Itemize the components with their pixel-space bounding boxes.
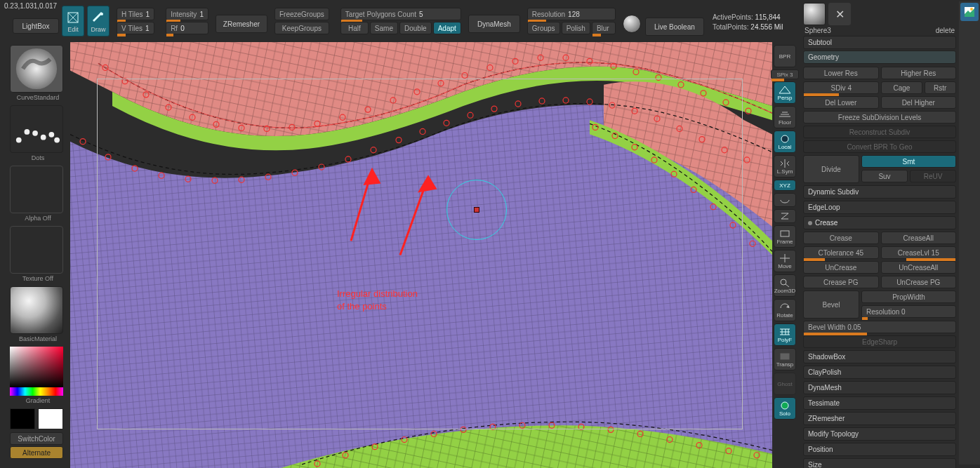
dyna-groups-button[interactable]: Groups <box>527 22 560 34</box>
target-poly-slider[interactable]: Target Polygons Count5 <box>340 8 461 20</box>
dynamic-subdiv-header[interactable]: Dynamic Subdiv <box>803 185 956 199</box>
cage-button[interactable]: Cage <box>881 81 922 94</box>
bpr-button[interactable]: BPR <box>774 45 796 67</box>
material-label: BasicMaterial <box>10 335 66 342</box>
same-button[interactable]: Same <box>370 22 398 34</box>
dyna-polish-button[interactable]: Polish <box>562 22 590 34</box>
rf-slider[interactable]: Rf0 <box>166 22 208 34</box>
rstr-button[interactable]: Rstr <box>925 81 956 94</box>
alternate-button[interactable]: Alternate <box>10 446 63 459</box>
subtool-sphere-icon[interactable] <box>803 3 826 25</box>
claypolish-header[interactable]: ClayPolish <box>803 366 956 379</box>
stroke-preview[interactable] <box>10 105 63 153</box>
subtool-header[interactable]: Subtool <box>803 36 956 49</box>
live-boolean-button[interactable]: Live Boolean <box>645 18 704 36</box>
texture-slot[interactable] <box>10 226 63 274</box>
rotate-button[interactable]: Rotate <box>774 299 796 321</box>
frame-button[interactable]: Frame <box>774 225 796 248</box>
bevel-button[interactable]: Bevel <box>803 290 859 319</box>
viewport-canvas[interactable]: Irregular distributionof the points <box>70 42 772 468</box>
solo-button[interactable]: Solo <box>774 397 796 420</box>
crease-button[interactable]: Crease <box>803 232 879 244</box>
convert-bpr-button[interactable]: Convert BPR To Geo <box>803 140 956 153</box>
shadowbox-header[interactable]: ShadowBox <box>803 350 956 363</box>
creaseall-button[interactable]: CreaseAll <box>881 232 957 244</box>
brush-preview[interactable] <box>10 45 63 93</box>
lsym-button[interactable]: L.Sym <box>774 155 796 178</box>
color-primary-swatch[interactable] <box>38 408 63 429</box>
sdiv-slider[interactable]: SDiv 4 <box>803 81 879 94</box>
persp-button[interactable]: Persp <box>774 81 796 104</box>
tessimate-header[interactable]: Tessimate <box>803 396 956 410</box>
zoom3d-button[interactable]: Zoom3D <box>774 274 796 297</box>
polyf-button[interactable]: PolyF <box>774 323 796 346</box>
rot-z-button[interactable] <box>774 209 796 223</box>
adapt-button[interactable]: Adapt <box>433 22 461 34</box>
alpha-label: Alpha Off <box>10 215 66 222</box>
alpha-slot[interactable] <box>10 166 63 213</box>
zremesher-header[interactable]: ZRemesher <box>803 412 956 425</box>
dyna-blur-slider[interactable]: Blur <box>592 22 616 34</box>
move-button[interactable]: Move <box>774 250 796 272</box>
edit-mode-button[interactable]: Edit <box>62 6 84 36</box>
half-button[interactable]: Half <box>340 22 369 34</box>
creasepg-button[interactable]: Crease PG <box>803 276 879 288</box>
size-header[interactable]: Size <box>803 458 956 468</box>
transp-button[interactable]: Transp <box>774 348 796 370</box>
dynamesh-header[interactable]: DynaMesh <box>803 381 956 394</box>
geometry-header[interactable]: Geometry <box>803 51 956 64</box>
crease-header[interactable]: Crease <box>803 216 956 229</box>
uncreasepg-button[interactable]: UnCrease PG <box>881 276 957 288</box>
delete-label: delete <box>936 27 955 34</box>
material-preview[interactable] <box>10 286 63 334</box>
subtool-delete-icon[interactable]: ✕ <box>828 3 851 25</box>
lower-res-button[interactable]: Lower Res <box>803 67 879 79</box>
svg-point-11 <box>781 279 786 285</box>
dyna-resolution-slider[interactable]: Resolution128 <box>527 8 616 20</box>
freezegroups-button[interactable]: FreezeGroups <box>274 8 329 20</box>
edgeloop-header[interactable]: EdgeLoop <box>803 201 956 214</box>
keepgroups-button[interactable]: KeepGroups <box>274 22 329 34</box>
switchcolor-button[interactable]: SwitchColor <box>10 432 63 445</box>
uncrease-button[interactable]: UnCrease <box>803 261 879 274</box>
position-header[interactable]: Position <box>803 443 956 456</box>
propwidth-button[interactable]: PropWidth <box>861 290 956 303</box>
htiles-slider[interactable]: H Tiles1 <box>117 8 154 20</box>
color-secondary-swatch[interactable] <box>10 408 35 429</box>
floor-button[interactable]: Floor <box>774 106 796 128</box>
lightbox-button[interactable]: LightBox <box>13 18 59 34</box>
suv-button[interactable]: Suv <box>861 170 908 182</box>
bevel-res-slider[interactable]: Resolution 0 <box>861 305 956 318</box>
svg-point-60 <box>491 106 497 112</box>
ghost-button[interactable]: Ghost <box>774 373 796 395</box>
modify-topology-header[interactable]: Modify Topology <box>803 427 956 441</box>
zremesher-button[interactable]: ZRemesher <box>216 15 267 33</box>
double-button[interactable]: Double <box>399 22 432 34</box>
ctolerance-slider[interactable]: CTolerance 45 <box>803 246 879 259</box>
dynamesh-button[interactable]: DynaMesh <box>468 15 520 33</box>
higher-res-button[interactable]: Higher Res <box>881 67 957 79</box>
smt-button[interactable]: Smt <box>861 155 956 168</box>
reuv-button[interactable]: ReUV <box>910 170 956 182</box>
bevel-width-slider[interactable]: Bevel Width 0.05 <box>803 321 956 333</box>
texture-label: Texture Off <box>10 275 66 282</box>
vtiles-slider[interactable]: V Tiles1 <box>117 22 154 34</box>
intensity-slider[interactable]: Intensity1 <box>166 8 208 20</box>
image-panel-icon[interactable] <box>960 3 979 21</box>
svg-point-57 <box>420 128 425 134</box>
spix-slider[interactable]: SPix 3 <box>771 69 799 79</box>
divide-button[interactable]: Divide <box>803 155 859 183</box>
creaselvl-slider[interactable]: CreaseLvl 15 <box>881 246 957 259</box>
edgesharp-slider[interactable]: EdgeSharp <box>803 335 956 348</box>
freeze-subdiv-button[interactable]: Freeze SubDivision Levels <box>803 111 956 123</box>
del-lower-button[interactable]: Del Lower <box>803 96 879 109</box>
svg-point-58 <box>444 120 449 126</box>
draw-mode-button[interactable]: Draw <box>87 6 110 36</box>
uncreaseall-button[interactable]: UnCreaseAll <box>881 261 957 274</box>
color-picker[interactable] <box>10 347 63 396</box>
rot-y-button[interactable] <box>774 193 796 207</box>
local-button[interactable]: Local <box>774 131 796 153</box>
del-higher-button[interactable]: Del Higher <box>881 96 957 109</box>
xyz-button[interactable]: XYZ <box>774 180 796 191</box>
reconstruct-button[interactable]: Reconstruct Subdiv <box>803 126 956 138</box>
